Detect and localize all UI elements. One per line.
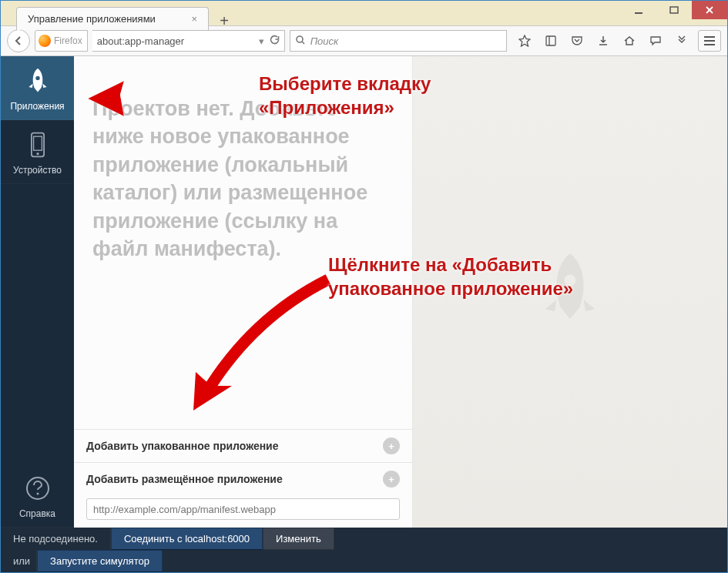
search-box[interactable]: Поиск [290,30,507,52]
bookmark-star-icon[interactable] [518,34,532,48]
manifest-url-input[interactable] [86,498,400,520]
plus-icon[interactable]: + [383,471,400,488]
rocket-placeholder-icon [535,250,605,334]
svg-point-16 [36,493,39,495]
svg-rect-13 [33,136,42,150]
change-button[interactable]: Изменить [263,528,334,550]
add-hosted-label: Добавить размещённое приложение [86,473,283,485]
search-placeholder: Поиск [310,35,339,47]
add-packaged-label: Добавить упакованное приложение [86,440,279,452]
search-icon [295,35,306,48]
back-button[interactable] [7,29,30,52]
connection-status: Не подсоединено. [1,528,111,550]
phone-icon [24,131,52,159]
browser-tab[interactable]: Управление приложениями × [16,7,209,30]
pocket-icon[interactable] [570,34,584,48]
minimize-button[interactable] [621,1,656,19]
sidebar-item-device[interactable]: Устройство [1,120,74,184]
connection-bar: Не подсоединено. Соединить с localhost:6… [1,528,727,572]
maximize-button[interactable] [656,1,692,19]
identity-box[interactable]: Firefox [35,30,88,52]
dropdown-icon[interactable]: ▾ [259,35,264,47]
new-tab-button[interactable]: + [213,12,235,30]
add-hosted-row: Добавить размещённое приложение + [74,462,412,528]
close-button[interactable] [692,1,727,19]
sidebar-icon[interactable] [544,34,558,48]
sidebar-label: Справка [19,508,55,519]
menu-button[interactable] [698,30,721,52]
connect-button[interactable]: Соединить с localhost:6000 [111,528,263,550]
svg-point-11 [35,76,39,80]
start-simulator-button[interactable]: Запустите симулятор [37,550,163,572]
tab-title: Управление приложениями [28,13,156,25]
reload-icon[interactable] [269,35,280,48]
sidebar-item-apps[interactable]: Приложения [1,56,74,120]
tab-close-icon[interactable]: × [188,13,200,25]
projects-panel: Проектов нет. Добавьте ниже новое упаков… [74,56,413,528]
preview-panel [413,56,727,528]
tab-strip: Управление приложениями × + [16,7,235,30]
sidebar-label: Приложения [10,101,64,112]
firefox-icon [39,35,51,47]
plus-icon[interactable]: + [383,437,400,454]
app-manager-sidebar: Приложения Устройство Справка [1,56,74,528]
browser-window: Управление приложениями × + Firefox [0,0,728,573]
svg-rect-6 [546,36,555,45]
home-icon[interactable] [622,34,636,48]
chat-icon[interactable] [649,34,663,48]
rocket-icon [24,67,52,95]
svg-point-17 [565,275,576,286]
downloads-icon[interactable] [596,34,610,48]
svg-point-4 [297,36,303,42]
overflow-icon[interactable] [675,34,689,48]
add-packaged-row[interactable]: Добавить упакованное приложение + [74,429,412,462]
sidebar-item-help[interactable]: Справка [1,464,74,528]
url-bar[interactable]: about:app-manager ▾ [92,30,285,52]
or-label: или [1,550,37,572]
nav-toolbar: Firefox about:app-manager ▾ Поиск [1,25,727,56]
titlebar: Управление приложениями × + [1,1,727,25]
sidebar-label: Устройство [13,165,62,176]
identity-label: Firefox [54,35,82,46]
main-panel: Проектов нет. Добавьте ниже новое упаков… [74,56,727,528]
url-text: about:app-manager [97,35,254,47]
help-icon [24,474,52,502]
svg-rect-1 [670,7,678,13]
no-projects-text: Проектов нет. Добавьте ниже новое упаков… [74,87,412,429]
window-controls [621,1,727,19]
svg-point-14 [36,152,39,155]
content-area: Приложения Устройство Справка [1,56,727,528]
svg-line-5 [302,42,304,44]
toolbar-icons [512,34,689,48]
